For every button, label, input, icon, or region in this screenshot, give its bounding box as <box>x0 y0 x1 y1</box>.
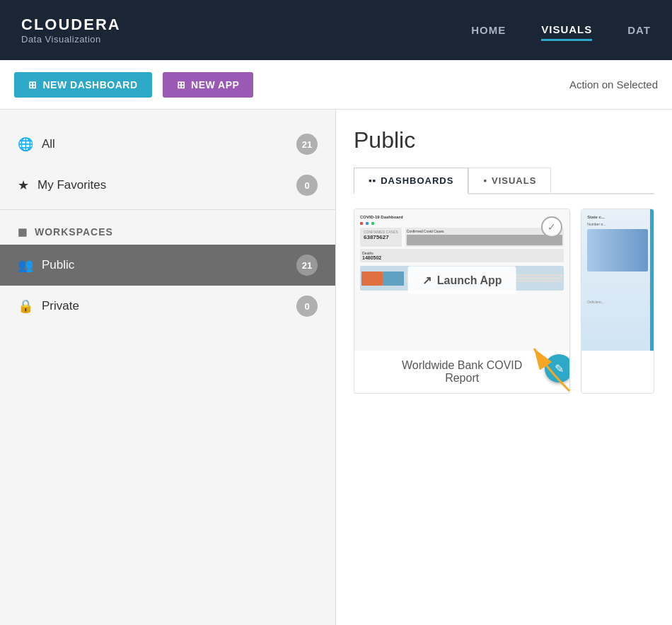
tab-visuals[interactable]: ▪ VISUALS <box>468 168 551 193</box>
launch-app-overlay[interactable]: ↗ Launch App <box>408 267 516 294</box>
dashboards-tab-icon: ▪▪ <box>369 175 376 186</box>
logo-area: CLOUDERA Data Visualization <box>21 16 121 45</box>
launch-app-label: Launch App <box>437 274 502 286</box>
pencil-icon: ✎ <box>555 362 564 375</box>
sidebar-divider <box>0 209 335 210</box>
dashboards-tab-label: DASHBOARDS <box>381 175 453 186</box>
workspaces-icon: ▦ <box>18 226 28 238</box>
page-title: Public <box>354 127 654 153</box>
sidebar-public-label: Public <box>42 258 296 272</box>
sidebar-all-label: All <box>42 137 296 151</box>
mini-stat-row: CONFIRMED CASES 63875627 Confirmed Covid… <box>360 228 564 247</box>
globe-icon: 🌐 <box>18 136 33 152</box>
card-partial-thumbnail: State c... Number o... Deficienc... <box>581 209 654 351</box>
card-grid: COVID-19 Dashboard CONFIRMED CASES 63875… <box>354 209 654 394</box>
edit-button[interactable]: ✎ <box>545 354 570 382</box>
nav-dat[interactable]: DAT <box>627 21 651 40</box>
workspaces-label: WORKSPACES <box>35 226 113 238</box>
sidebar-private-badge: 0 <box>296 296 318 317</box>
sidebar-private-label: Private <box>42 299 296 313</box>
public-icon: 👥 <box>18 257 33 273</box>
lock-icon: 🔒 <box>18 298 33 314</box>
card-footer: Worldwide Bank COVIDReport ✎ <box>354 351 569 393</box>
mini-title: COVID-19 Dashboard <box>360 215 564 219</box>
sidebar-all-badge: 21 <box>296 134 318 155</box>
sidebar-favorites-badge: 0 <box>296 175 318 196</box>
blue-bar <box>650 209 654 351</box>
action-on-selected[interactable]: Action on Selected <box>569 78 658 90</box>
logo-sub: Data Visualization <box>21 34 121 45</box>
sidebar: 🌐 All 21 ★ My Favorites 0 ▦ WORKSPACES 👥… <box>0 110 336 625</box>
card-name: Worldwide Bank COVIDReport <box>402 359 522 385</box>
dashboard-card-covid[interactable]: COVID-19 Dashboard CONFIRMED CASES 63875… <box>354 209 570 394</box>
nav-links: HOME VISUALS DAT <box>471 20 651 41</box>
new-dashboard-label: NEW DASHBOARD <box>43 79 138 90</box>
dashboard-card-partial[interactable]: State c... Number o... Deficienc... <box>581 209 654 394</box>
mini-deaths-value: 1480502 <box>362 255 562 260</box>
sidebar-item-private[interactable]: 🔒 Private 0 <box>0 286 335 327</box>
nav-home[interactable]: HOME <box>471 21 506 40</box>
sidebar-favorites-label: My Favorites <box>37 178 296 192</box>
star-icon: ★ <box>18 177 29 193</box>
visuals-tab-label: VISUALS <box>492 175 536 186</box>
sidebar-item-public[interactable]: 👥 Public 21 <box>0 245 335 286</box>
sidebar-public-badge: 21 <box>296 255 318 276</box>
new-app-label: NEW APP <box>191 79 239 90</box>
card-thumbnail: COVID-19 Dashboard CONFIRMED CASES 63875… <box>354 209 569 351</box>
visuals-tab-icon: ▪ <box>483 175 487 186</box>
sidebar-item-all[interactable]: 🌐 All 21 <box>0 124 335 165</box>
header: CLOUDERA Data Visualization HOME VISUALS… <box>0 0 672 60</box>
sidebar-item-favorites[interactable]: ★ My Favorites 0 <box>0 165 335 206</box>
logo-text: CLOUDERA <box>21 16 121 34</box>
mini-stat-confirmed: CONFIRMED CASES 63875627 <box>360 228 402 247</box>
launch-external-icon: ↗ <box>422 274 431 287</box>
new-dashboard-button[interactable]: ⊞ NEW DASHBOARD <box>14 72 152 98</box>
content-area: Public ▪▪ DASHBOARDS ▪ VISUALS COVID-19 … <box>336 110 672 625</box>
main-layout: 🌐 All 21 ★ My Favorites 0 ▦ WORKSPACES 👥… <box>0 110 672 625</box>
tabs: ▪▪ DASHBOARDS ▪ VISUALS <box>354 168 654 194</box>
nav-visuals[interactable]: VISUALS <box>541 20 592 41</box>
new-dashboard-icon: ⊞ <box>28 79 37 90</box>
tab-dashboards[interactable]: ▪▪ DASHBOARDS <box>354 168 468 194</box>
new-app-button[interactable]: ⊞ NEW APP <box>163 72 254 98</box>
mini-confirmed-value: 63875627 <box>364 234 398 240</box>
toolbar: ⊞ NEW DASHBOARD ⊞ NEW APP Action on Sele… <box>0 60 672 110</box>
new-app-icon: ⊞ <box>177 79 186 90</box>
workspaces-header: ▦ WORKSPACES <box>0 214 335 245</box>
check-icon: ✓ <box>548 221 556 233</box>
